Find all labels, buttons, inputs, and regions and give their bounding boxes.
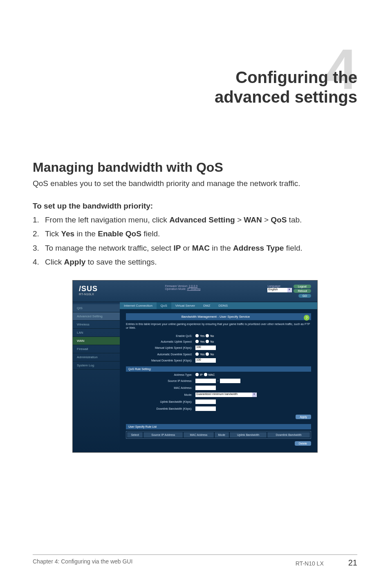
step-2: Tick Yes in the Enable QoS field. [33,229,357,240]
yes-label: Yes [200,353,204,356]
step-text: field. [141,229,160,238]
manual-uplink-input[interactable]: 100 [195,346,216,350]
step-text: field. [284,244,302,252]
firmware-label: Firmware Version: [165,285,188,287]
mode-select[interactable]: Guaranteed minimum bandwidth▾ [195,393,257,397]
sidebar-item-firewall[interactable]: Firewall [73,345,120,353]
step-bold: MAC [192,244,210,252]
chapter-title: Configuring the advanced settings [33,67,357,107]
no-label: No [210,353,214,356]
chapter-title-line1: Configuring the [235,68,357,86]
apply-button[interactable]: Apply [296,415,311,419]
delete-button[interactable]: Delete [295,441,311,446]
sidebar-item-wireless[interactable]: Wireless [73,321,120,329]
opmode-label: Operation Mode: [165,287,186,290]
tab-qos[interactable]: QoS [157,302,171,309]
step-text: From the left navigation menu, click [45,215,169,224]
tab-ddns[interactable]: DDNS [215,302,232,309]
yes-label: Yes [200,334,204,337]
radio-icon[interactable] [204,373,207,376]
step-1: From the left navigation menu, click Adv… [33,215,357,226]
source-ip-input[interactable] [195,379,216,383]
step-bold: QoS [271,215,287,224]
th-downlink: Downlink Bandwidth [267,432,310,438]
page-footer: Chapter 4: Configuring via the web GUI R… [33,554,357,568]
th-source-ip: Source IP Address [143,432,183,438]
tab-virtual-server[interactable]: Virtual Server [171,302,199,309]
step-bold: Address Type [233,244,284,252]
source-ip-label: Source IP Address: [126,379,195,382]
tab-internet-connection[interactable]: Internet Connection [120,302,157,309]
radio-icon[interactable] [195,334,199,337]
mac-label: MAC [208,373,215,376]
step-bold: IP [173,244,181,252]
mac-address-input[interactable] [195,386,216,390]
step-4: Click Apply to save the settings. [33,257,357,268]
chevron-down-icon: ▾ [287,288,291,292]
step-bold: Yes [61,229,74,238]
step-bold: Advanced Setting [169,215,235,224]
help-icon[interactable]: ? [304,315,309,321]
step-text: to save the settings. [85,258,157,266]
step-text: tab. [287,215,302,224]
go-button[interactable]: GO [298,294,311,298]
uplink-bw-input[interactable] [195,399,216,404]
manual-uplink-label: Manual Uplink Speed (Kbps): [126,346,195,349]
section-title: Managing bandwidth with QoS [33,160,357,175]
step-list: From the left navigation menu, click Adv… [33,215,357,268]
sidebar-item-wan[interactable]: WAN [73,337,120,345]
radio-icon[interactable] [206,334,209,337]
sidebar-item-admin[interactable]: Administration [73,353,120,361]
step-bold: Apply [64,258,85,266]
yes-label: Yes [200,340,204,343]
source-ip-input-end[interactable] [220,379,240,383]
step-text: To manage the network traffic, select [45,244,173,252]
router-header-info: Firmware Version: 2.0.0.9 Operation Mode… [165,285,200,298]
sidebar-item-lan[interactable]: LAN [73,329,120,337]
radio-icon[interactable] [195,373,199,376]
tab-dmz[interactable]: DMZ [199,302,214,309]
mode-value: Guaranteed minimum bandwidth [196,393,238,395]
router-sidebar: QIS Advanced Setting Wireless LAN WAN Fi… [73,302,120,452]
page-number: 21 [348,558,357,568]
firmware-link[interactable]: 2.0.0.9 [189,285,197,287]
manual-downlink-input[interactable]: 100 [195,358,216,363]
auto-uplink-label: Automatic Uplink Speed: [126,340,195,343]
panel-description: Entries in this table improve your onlin… [126,320,311,333]
th-mode: Mode [215,432,229,438]
radio-icon[interactable] [195,340,199,343]
section-description: QoS enables you to set the bandwidth pri… [33,178,357,189]
rule-list-table: Select Source IP Address MAC Address Mod… [126,431,311,439]
sidebar-item-advanced[interactable]: Advanced Setting [73,312,120,321]
router-screenshot: /SUS RT-N10LX Firmware Version: 2.0.0.9 … [33,280,357,453]
radio-icon[interactable] [206,340,209,343]
step-text: Tick [45,229,61,238]
th-select: Select [127,432,143,438]
mac-address-label: MAC Address: [126,386,195,389]
chapter-title-line2: advanced settings [215,88,357,106]
auto-downlink-label: Automatic Downlink Speed: [126,353,195,356]
opmode-link[interactable]: IP Sharing [187,287,200,290]
address-type-label: Address Type: [126,373,195,376]
uplink-bw-label: Uplink Bandwidth (Kbps): [126,400,195,403]
user-rule-list-header: User Specify Rule List [126,424,311,429]
reboot-button[interactable]: Reboot [294,289,311,293]
sidebar-item-qis[interactable]: QIS [73,304,120,312]
radio-icon[interactable] [195,352,199,356]
panel-title: Bandwidth Management - User Specify Serv… [126,313,311,320]
step-text: in the [210,244,233,252]
step-3: To manage the network traffic, select IP… [33,243,357,254]
procedure-heading: To set up the bandwidth priority: [33,202,357,211]
language-label: Language: [267,285,292,287]
logout-button[interactable]: Logout [294,285,311,288]
language-select[interactable]: English▾ [267,288,292,292]
chevron-down-icon: ▾ [252,393,256,397]
step-text: or [181,244,192,252]
radio-icon[interactable] [206,352,209,356]
router-logo: /SUS [79,285,98,293]
no-label: No [210,340,214,343]
footer-product-name: RT-N10 LX [296,560,324,567]
sidebar-item-syslog[interactable]: System Log [73,361,120,370]
manual-downlink-label: Manual Downlink Speed (Kbps): [126,359,195,362]
downlink-bw-input[interactable] [195,406,216,411]
